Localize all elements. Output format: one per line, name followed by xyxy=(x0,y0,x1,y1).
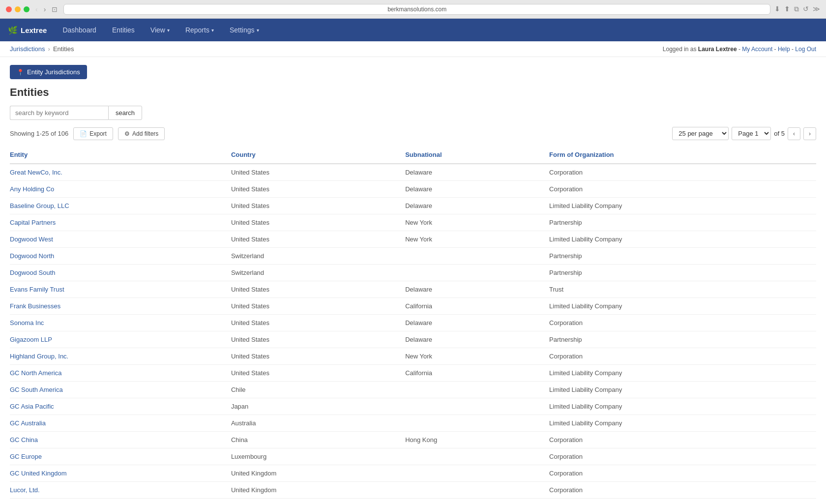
filter-icon: ⚙ xyxy=(124,130,130,137)
entity-link[interactable]: GC South America xyxy=(10,386,63,393)
entity-link[interactable]: Any Holding Co xyxy=(10,185,54,193)
entity-link[interactable]: Baseline Group, LLC xyxy=(10,202,69,209)
nav-reports[interactable]: Reports ▾ xyxy=(179,23,220,37)
form-cell: Corporation xyxy=(549,465,816,482)
country-cell: Chile xyxy=(231,382,405,398)
table-row: Sonoma Inc United States Delaware Corpor… xyxy=(10,315,816,331)
per-page-select[interactable]: 25 per page 10 per page 50 per page 100 … xyxy=(672,127,729,140)
entity-cell: GC Europe xyxy=(10,448,231,465)
entity-link[interactable]: GC Australia xyxy=(10,419,46,427)
extend-icon[interactable]: ≫ xyxy=(813,5,820,13)
next-page-button[interactable]: › xyxy=(803,127,816,140)
entity-link[interactable]: Gigazoom LLP xyxy=(10,336,52,343)
entity-cell: Maker Group xyxy=(10,499,231,504)
table-row: Lucor, Ltd. United Kingdom Corporation xyxy=(10,482,816,499)
download-icon[interactable]: ⬇ xyxy=(774,5,780,13)
forward-button[interactable]: › xyxy=(42,4,48,14)
table-body: Great NewCo, Inc. United States Delaware… xyxy=(10,164,816,504)
entity-link[interactable]: Dogwood North xyxy=(10,252,54,260)
breadcrumb-entities: Entities xyxy=(53,45,74,53)
minimize-button-traffic[interactable] xyxy=(15,6,21,12)
entity-link[interactable]: Dogwood West xyxy=(10,236,53,243)
subnational-cell: New York xyxy=(405,231,549,248)
nav-view[interactable]: View ▾ xyxy=(145,23,176,37)
col-subnational[interactable]: Subnational xyxy=(405,146,549,164)
form-cell: Limited Liability Company xyxy=(549,231,816,248)
subnational-cell xyxy=(405,415,549,432)
form-cell: Partnership xyxy=(549,248,816,265)
add-filters-button[interactable]: ⚙ Add filters xyxy=(118,127,165,140)
entity-link[interactable]: Dogwood South xyxy=(10,269,56,276)
country-cell: United States xyxy=(231,331,405,348)
entity-link[interactable]: Frank Businesses xyxy=(10,302,60,310)
reload-icon[interactable]: ↺ xyxy=(803,5,809,13)
my-account-link[interactable]: My Account xyxy=(742,46,772,53)
user-info: Logged in as Laura Lextree - My Account … xyxy=(663,46,816,53)
nav-dashboard[interactable]: Dashboard xyxy=(57,23,102,37)
entity-link[interactable]: Capital Partners xyxy=(10,219,56,226)
nav-settings-label: Settings xyxy=(230,26,255,34)
close-button-traffic[interactable] xyxy=(6,6,12,12)
address-bar[interactable]: berkmansolutions.com xyxy=(63,4,770,15)
subnational-cell: Delaware xyxy=(405,315,549,331)
page-of-text: of 5 xyxy=(774,130,785,137)
entity-link[interactable]: GC Asia Pacific xyxy=(10,403,54,410)
entities-table: Entity Country Subnational Form of Organ… xyxy=(10,146,816,504)
search-bar: search xyxy=(10,106,816,120)
help-link[interactable]: Help xyxy=(778,46,790,53)
col-form[interactable]: Form of Organization xyxy=(549,146,816,164)
form-cell: Limited Liability Company xyxy=(549,365,816,382)
back-button[interactable]: ‹ xyxy=(33,4,40,14)
entity-cell: GC United Kingdom xyxy=(10,465,231,482)
subnational-cell: California xyxy=(405,365,549,382)
entity-link[interactable]: Great NewCo, Inc. xyxy=(10,169,62,176)
entity-link[interactable]: Sonoma Inc xyxy=(10,319,44,326)
log-out-link[interactable]: Log Out xyxy=(795,46,816,53)
entity-link[interactable]: Evans Family Trust xyxy=(10,286,64,293)
nav-entities-label: Entities xyxy=(112,26,135,34)
table-row: Frank Businesses United States Californi… xyxy=(10,298,816,315)
window-icon[interactable]: ⧉ xyxy=(794,5,799,13)
search-button[interactable]: search xyxy=(108,106,142,120)
fullscreen-button-traffic[interactable] xyxy=(24,6,30,12)
export-button[interactable]: 📄 Export xyxy=(73,127,113,140)
brand[interactable]: 🌿 Lextree xyxy=(8,26,47,35)
entity-link[interactable]: Highland Group, Inc. xyxy=(10,353,68,360)
tab-button[interactable]: ⊡ xyxy=(50,4,59,14)
entity-link[interactable]: GC China xyxy=(10,436,38,444)
entity-link[interactable]: GC Europe xyxy=(10,453,42,460)
breadcrumb-bar: Jurisdictions › Entities Logged in as La… xyxy=(0,41,826,57)
breadcrumb-jurisdictions[interactable]: Jurisdictions xyxy=(10,45,45,53)
prev-page-button[interactable]: ‹ xyxy=(788,127,800,140)
form-cell: Limited Liability Company xyxy=(549,398,816,415)
col-entity[interactable]: Entity xyxy=(10,146,231,164)
entity-cell: Dogwood North xyxy=(10,248,231,265)
export-label: Export xyxy=(89,130,107,137)
logged-in-label: Logged in as xyxy=(663,46,697,53)
entity-jurisdictions-button[interactable]: 📍 Entity Jurisdictions xyxy=(10,65,87,79)
page-title: Entities xyxy=(10,86,816,99)
export-icon: 📄 xyxy=(80,130,87,137)
table-row: GC Australia Australia Limited Liability… xyxy=(10,415,816,432)
table-row: Great NewCo, Inc. United States Delaware… xyxy=(10,164,816,181)
table-row: Any Holding Co United States Delaware Co… xyxy=(10,181,816,198)
subnational-cell xyxy=(405,448,549,465)
entity-link[interactable]: GC United Kingdom xyxy=(10,470,67,477)
entity-cell: Dogwood West xyxy=(10,231,231,248)
table-row: Evans Family Trust United States Delawar… xyxy=(10,281,816,298)
nav-settings[interactable]: Settings ▾ xyxy=(224,23,265,37)
col-country[interactable]: Country xyxy=(231,146,405,164)
entity-link[interactable]: Lucor, Ltd. xyxy=(10,486,40,494)
nav-reports-label: Reports xyxy=(185,26,209,34)
subnational-cell: Hong Kong xyxy=(405,432,549,448)
subnational-cell: Delaware xyxy=(405,198,549,214)
entity-link[interactable]: GC North America xyxy=(10,369,61,377)
nav-entities[interactable]: Entities xyxy=(106,23,141,37)
form-cell: Corporation xyxy=(549,348,816,365)
toolbar-right: 25 per page 10 per page 50 per page 100 … xyxy=(672,127,816,140)
search-input[interactable] xyxy=(10,106,108,120)
brand-leaf-icon: 🌿 xyxy=(8,26,18,35)
share-icon[interactable]: ⬆ xyxy=(784,5,790,13)
page-select[interactable]: Page 1 Page 2 Page 3 Page 4 Page 5 xyxy=(732,127,771,140)
entity-cell: GC China xyxy=(10,432,231,448)
